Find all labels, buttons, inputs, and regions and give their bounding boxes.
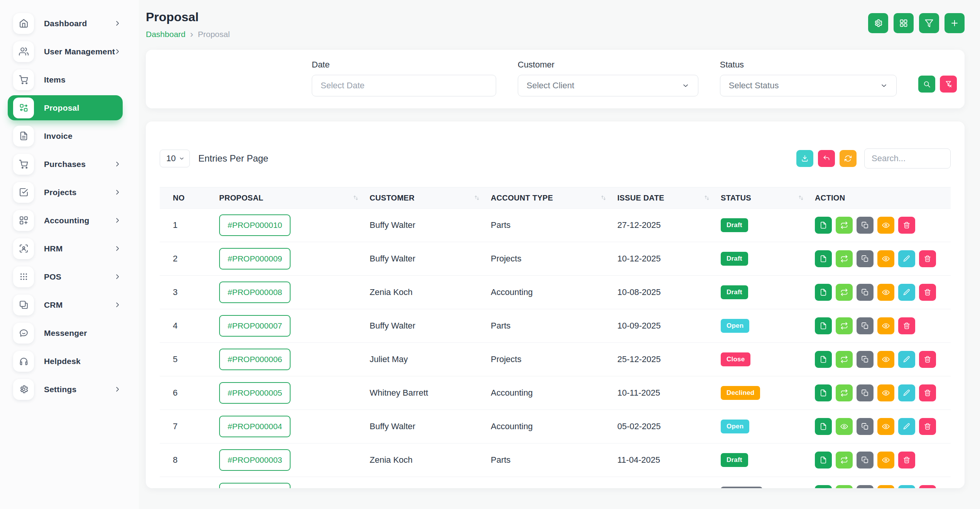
proposal-link[interactable]: #PROP000007 [219, 315, 291, 337]
edit-action-button[interactable] [898, 250, 915, 267]
sidebar-item-settings[interactable]: Settings [0, 375, 139, 403]
proposal-link[interactable]: #PROP000003 [219, 449, 291, 471]
file-action-button[interactable] [815, 284, 832, 301]
file-action-button[interactable] [815, 384, 832, 401]
proposal-link[interactable]: #PROP000005 [219, 382, 291, 404]
copy-action-button[interactable] [857, 452, 874, 469]
edit-action-button[interactable] [898, 485, 915, 488]
sort-icon[interactable] [704, 195, 710, 201]
sidebar-item-pos[interactable]: POS [0, 263, 139, 291]
delete-action-button[interactable] [919, 418, 936, 435]
copy-action-button[interactable] [857, 250, 874, 267]
sidebar-item-crm[interactable]: CRM [0, 291, 139, 319]
delete-action-button[interactable] [919, 384, 936, 401]
search-input[interactable] [864, 148, 951, 169]
view-action-button[interactable] [877, 351, 894, 368]
sidebar-item-helpdesk[interactable]: Helpdesk [0, 347, 139, 375]
convert-action-button[interactable] [836, 317, 853, 334]
proposal-link[interactable]: #PROP000009 [219, 248, 291, 270]
file-action-button[interactable] [815, 317, 832, 334]
column-header-account-type[interactable]: ACCOUNT TYPE [491, 194, 617, 202]
sort-icon[interactable] [474, 195, 480, 201]
convert-action-button[interactable] [836, 452, 853, 469]
delete-action-button[interactable] [898, 217, 915, 234]
add-button[interactable] [945, 13, 965, 33]
filter-button[interactable] [919, 13, 939, 33]
search-filter-button[interactable] [918, 76, 935, 93]
edit-action-button[interactable] [898, 284, 915, 301]
copy-action-button[interactable] [857, 284, 874, 301]
copy-action-button[interactable] [857, 317, 874, 334]
convert-action-button[interactable] [836, 351, 853, 368]
refresh-button[interactable] [840, 150, 857, 167]
clear-filter-button[interactable] [940, 76, 957, 93]
export-download-button[interactable] [796, 150, 813, 167]
column-header-issue-date[interactable]: ISSUE DATE [617, 194, 721, 202]
copy-action-button[interactable] [857, 217, 874, 234]
copy-action-button[interactable] [857, 485, 874, 488]
page-size-select[interactable]: 10 [160, 150, 190, 167]
settings-button[interactable] [868, 13, 888, 33]
layout-button[interactable] [894, 13, 914, 33]
preview-action-button[interactable] [836, 418, 853, 435]
proposal-link[interactable]: #PROP000008 [219, 281, 291, 303]
proposal-link[interactable]: #PROP000006 [219, 349, 291, 370]
file-action-button[interactable] [815, 418, 832, 435]
sidebar-item-items[interactable]: Items [0, 66, 139, 94]
sidebar-item-invoice[interactable]: Invoice [0, 122, 139, 150]
view-action-button[interactable] [877, 317, 894, 334]
proposal-link[interactable]: #PROP000004 [219, 416, 291, 437]
column-header-customer[interactable]: CUSTOMER [370, 194, 491, 202]
view-action-button[interactable] [877, 384, 894, 401]
copy-action-button[interactable] [857, 418, 874, 435]
convert-action-button[interactable] [836, 250, 853, 267]
file-action-button[interactable] [815, 250, 832, 267]
edit-action-button[interactable] [898, 418, 915, 435]
file-action-button[interactable] [815, 217, 832, 234]
sort-icon[interactable] [353, 195, 359, 201]
undo-button[interactable] [818, 150, 835, 167]
sidebar-item-dashboard[interactable]: Dashboard [0, 9, 139, 37]
edit-action-button[interactable] [898, 384, 915, 401]
edit-action-button[interactable] [898, 351, 915, 368]
sidebar-item-projects[interactable]: Projects [0, 178, 139, 206]
status-select[interactable]: Select Status [720, 75, 897, 96]
file-action-button[interactable] [815, 485, 832, 488]
delete-action-button[interactable] [919, 284, 936, 301]
view-action-button[interactable] [877, 217, 894, 234]
sidebar-item-user-management[interactable]: User Management [0, 37, 139, 66]
convert-action-button[interactable] [836, 217, 853, 234]
breadcrumb-link-dashboard[interactable]: Dashboard [146, 30, 186, 39]
copy-action-button[interactable] [857, 384, 874, 401]
convert-action-button[interactable] [836, 485, 853, 488]
sort-icon[interactable] [600, 195, 607, 201]
view-action-button[interactable] [877, 452, 894, 469]
view-action-button[interactable] [877, 250, 894, 267]
sidebar-item-hrm[interactable]: HRM [0, 234, 139, 263]
sidebar-item-purchases[interactable]: Purchases [0, 150, 139, 178]
copy-action-button[interactable] [857, 351, 874, 368]
delete-action-button[interactable] [919, 250, 936, 267]
delete-action-button[interactable] [898, 317, 915, 334]
convert-action-button[interactable] [836, 384, 853, 401]
sidebar-item-messenger[interactable]: Messenger [0, 319, 139, 347]
view-action-button[interactable] [877, 284, 894, 301]
date-input[interactable] [312, 75, 496, 96]
column-header-proposal[interactable]: PROPOSAL [219, 194, 370, 202]
proposal-link[interactable]: #PROP000002 [219, 483, 291, 488]
sidebar-item-accounting[interactable]: Accounting [0, 206, 139, 234]
file-action-button[interactable] [815, 452, 832, 469]
delete-action-button[interactable] [919, 485, 936, 488]
chevron-down-icon [179, 155, 185, 162]
proposal-link[interactable]: #PROP000010 [219, 214, 291, 236]
customer-select[interactable]: Select Client [518, 75, 698, 96]
delete-action-button[interactable] [898, 452, 915, 469]
convert-action-button[interactable] [836, 284, 853, 301]
delete-action-button[interactable] [919, 351, 936, 368]
view-action-button[interactable] [877, 418, 894, 435]
column-header-status[interactable]: STATUS [721, 194, 815, 202]
sort-icon[interactable] [798, 195, 804, 201]
sidebar-item-proposal[interactable]: Proposal [8, 95, 123, 120]
file-action-button[interactable] [815, 351, 832, 368]
view-action-button[interactable] [877, 485, 894, 488]
